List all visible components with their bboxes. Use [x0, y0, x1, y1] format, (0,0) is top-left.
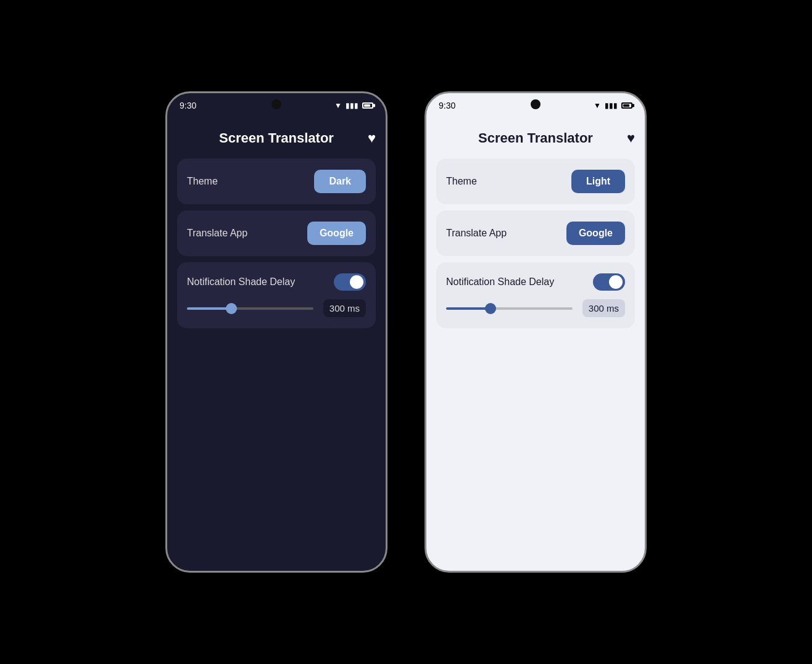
- light-notification-row: Notification Shade Delay: [446, 273, 625, 291]
- dark-translate-card: Translate App Google: [177, 210, 376, 256]
- dark-notification-card: Notification Shade Delay 300 ms: [177, 262, 376, 328]
- light-theme-label: Theme: [446, 176, 477, 187]
- battery-icon: [362, 102, 373, 109]
- battery-icon: [621, 102, 632, 109]
- signal-icon: ▮▮▮: [605, 101, 618, 110]
- dark-slider-thumb[interactable]: [226, 303, 237, 314]
- battery-fill: [364, 104, 370, 107]
- light-toggle-thumb: [609, 275, 623, 289]
- signal-icon: ▮▮▮: [346, 101, 358, 110]
- light-notification-card: Notification Shade Delay 300 ms: [436, 262, 635, 328]
- light-toggle-switch[interactable]: [593, 273, 625, 291]
- light-status-time: 9:30: [439, 101, 455, 110]
- dark-status-bar: 9:30 ▼ ▮▮▮: [167, 93, 386, 114]
- dark-app-content: Screen Translator ♥ Theme Dark Translate…: [167, 114, 386, 571]
- dark-slider-value: 300 ms: [323, 299, 366, 317]
- light-slider-area: 300 ms: [446, 299, 625, 317]
- light-app-title: Screen Translator: [478, 130, 593, 146]
- dark-slider-fill: [187, 307, 231, 310]
- light-app-content: Screen Translator ♥ Theme Light Translat…: [426, 114, 645, 571]
- dark-status-icons: ▼ ▮▮▮: [334, 101, 373, 110]
- wifi-icon: ▼: [334, 101, 342, 110]
- light-theme-row: Theme Light: [446, 170, 625, 193]
- wifi-icon: ▼: [594, 101, 601, 110]
- dark-notification-row: Notification Shade Delay: [187, 273, 366, 291]
- dark-translate-button[interactable]: Google: [307, 222, 366, 245]
- light-theme-button[interactable]: Light: [571, 170, 625, 193]
- dark-notification-label: Notification Shade Delay: [187, 276, 295, 288]
- light-slider-fill: [446, 307, 491, 310]
- dark-translate-label: Translate App: [187, 228, 247, 239]
- light-slider-value: 300 ms: [582, 299, 625, 317]
- light-status-icons: ▼ ▮▮▮: [594, 101, 632, 110]
- light-slider-thumb[interactable]: [485, 303, 496, 314]
- light-heart-icon[interactable]: ♥: [627, 130, 635, 146]
- dark-theme-row: Theme Dark: [187, 170, 366, 193]
- dark-heart-icon[interactable]: ♥: [368, 130, 376, 146]
- light-phone: 9:30 ▼ ▮▮▮ Screen Translator ♥ Theme Lig…: [425, 91, 647, 573]
- dark-toggle-switch[interactable]: [334, 273, 366, 291]
- battery-fill: [623, 104, 629, 107]
- light-app-header: Screen Translator ♥: [436, 120, 635, 159]
- dark-translate-row: Translate App Google: [187, 222, 366, 245]
- dark-app-title: Screen Translator: [219, 130, 334, 146]
- light-notification-label: Notification Shade Delay: [446, 276, 554, 288]
- dark-app-header: Screen Translator ♥: [177, 120, 376, 159]
- light-translate-button[interactable]: Google: [566, 222, 625, 245]
- dark-slider-area: 300 ms: [187, 299, 366, 317]
- dark-slider-track[interactable]: [187, 307, 313, 310]
- dark-camera-notch: [271, 99, 281, 109]
- light-theme-card: Theme Light: [436, 159, 635, 204]
- dark-status-time: 9:30: [180, 101, 196, 110]
- light-slider-track[interactable]: [446, 307, 573, 310]
- light-translate-card: Translate App Google: [436, 210, 635, 256]
- light-translate-label: Translate App: [446, 228, 507, 239]
- dark-phone: 9:30 ▼ ▮▮▮ Screen Translator ♥ Theme Dar…: [165, 91, 387, 573]
- light-translate-row: Translate App Google: [446, 222, 625, 245]
- dark-toggle-thumb: [350, 275, 363, 289]
- dark-theme-button[interactable]: Dark: [314, 170, 366, 193]
- light-camera-notch: [531, 99, 541, 109]
- dark-theme-label: Theme: [187, 176, 218, 187]
- light-status-bar: 9:30 ▼ ▮▮▮: [426, 93, 645, 114]
- dark-theme-card: Theme Dark: [177, 159, 376, 204]
